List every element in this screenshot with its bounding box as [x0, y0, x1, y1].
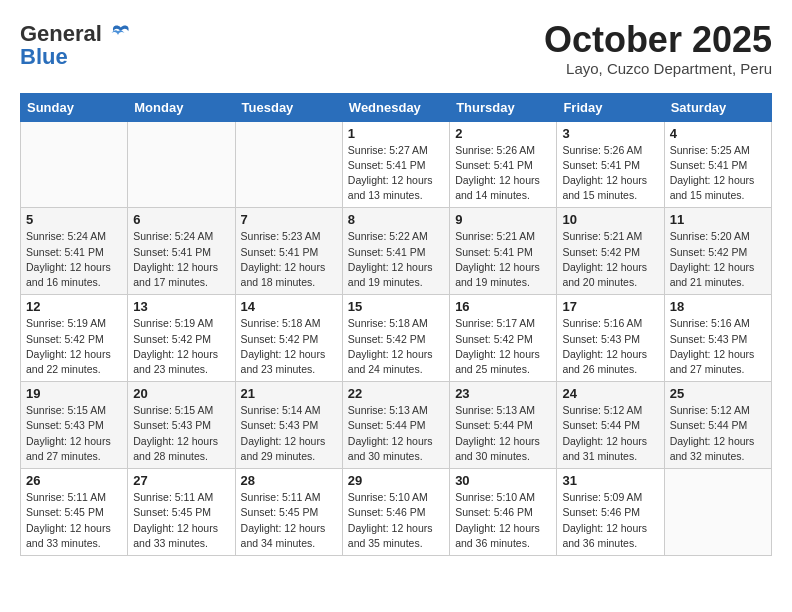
calendar-cell: 12Sunrise: 5:19 AM Sunset: 5:42 PM Dayli… — [21, 295, 128, 382]
location: Layo, Cuzco Department, Peru — [544, 60, 772, 77]
day-info: Sunrise: 5:20 AM Sunset: 5:42 PM Dayligh… — [670, 229, 766, 290]
day-info: Sunrise: 5:15 AM Sunset: 5:43 PM Dayligh… — [133, 403, 229, 464]
day-number: 12 — [26, 299, 122, 314]
day-number: 15 — [348, 299, 444, 314]
calendar-cell — [664, 469, 771, 556]
weekday-friday: Friday — [557, 93, 664, 121]
calendar-cell: 18Sunrise: 5:16 AM Sunset: 5:43 PM Dayli… — [664, 295, 771, 382]
day-info: Sunrise: 5:12 AM Sunset: 5:44 PM Dayligh… — [562, 403, 658, 464]
weekday-monday: Monday — [128, 93, 235, 121]
day-info: Sunrise: 5:24 AM Sunset: 5:41 PM Dayligh… — [26, 229, 122, 290]
day-info: Sunrise: 5:18 AM Sunset: 5:42 PM Dayligh… — [241, 316, 337, 377]
day-number: 10 — [562, 212, 658, 227]
day-info: Sunrise: 5:11 AM Sunset: 5:45 PM Dayligh… — [241, 490, 337, 551]
calendar-cell: 29Sunrise: 5:10 AM Sunset: 5:46 PM Dayli… — [342, 469, 449, 556]
calendar-week-4: 19Sunrise: 5:15 AM Sunset: 5:43 PM Dayli… — [21, 382, 772, 469]
day-info: Sunrise: 5:14 AM Sunset: 5:43 PM Dayligh… — [241, 403, 337, 464]
day-info: Sunrise: 5:19 AM Sunset: 5:42 PM Dayligh… — [133, 316, 229, 377]
day-number: 5 — [26, 212, 122, 227]
logo-bird-icon — [104, 20, 132, 48]
day-number: 9 — [455, 212, 551, 227]
calendar-cell: 26Sunrise: 5:11 AM Sunset: 5:45 PM Dayli… — [21, 469, 128, 556]
day-number: 28 — [241, 473, 337, 488]
day-number: 16 — [455, 299, 551, 314]
day-number: 21 — [241, 386, 337, 401]
month-title: October 2025 — [544, 20, 772, 60]
calendar-cell: 20Sunrise: 5:15 AM Sunset: 5:43 PM Dayli… — [128, 382, 235, 469]
day-number: 19 — [26, 386, 122, 401]
day-number: 4 — [670, 126, 766, 141]
day-info: Sunrise: 5:18 AM Sunset: 5:42 PM Dayligh… — [348, 316, 444, 377]
day-number: 7 — [241, 212, 337, 227]
calendar-cell: 21Sunrise: 5:14 AM Sunset: 5:43 PM Dayli… — [235, 382, 342, 469]
calendar-cell: 15Sunrise: 5:18 AM Sunset: 5:42 PM Dayli… — [342, 295, 449, 382]
day-number: 26 — [26, 473, 122, 488]
day-info: Sunrise: 5:21 AM Sunset: 5:42 PM Dayligh… — [562, 229, 658, 290]
day-number: 14 — [241, 299, 337, 314]
calendar-week-1: 1Sunrise: 5:27 AM Sunset: 5:41 PM Daylig… — [21, 121, 772, 208]
page-container: General Blue October 2025 Layo, Cuzco De… — [0, 0, 792, 566]
calendar-cell — [235, 121, 342, 208]
day-info: Sunrise: 5:26 AM Sunset: 5:41 PM Dayligh… — [562, 143, 658, 204]
calendar-cell: 30Sunrise: 5:10 AM Sunset: 5:46 PM Dayli… — [450, 469, 557, 556]
day-number: 11 — [670, 212, 766, 227]
day-number: 18 — [670, 299, 766, 314]
day-number: 24 — [562, 386, 658, 401]
calendar-cell: 23Sunrise: 5:13 AM Sunset: 5:44 PM Dayli… — [450, 382, 557, 469]
calendar-cell: 4Sunrise: 5:25 AM Sunset: 5:41 PM Daylig… — [664, 121, 771, 208]
weekday-wednesday: Wednesday — [342, 93, 449, 121]
day-number: 13 — [133, 299, 229, 314]
day-number: 6 — [133, 212, 229, 227]
day-number: 17 — [562, 299, 658, 314]
calendar-cell: 10Sunrise: 5:21 AM Sunset: 5:42 PM Dayli… — [557, 208, 664, 295]
day-number: 25 — [670, 386, 766, 401]
calendar-cell: 1Sunrise: 5:27 AM Sunset: 5:41 PM Daylig… — [342, 121, 449, 208]
calendar-cell: 16Sunrise: 5:17 AM Sunset: 5:42 PM Dayli… — [450, 295, 557, 382]
day-info: Sunrise: 5:23 AM Sunset: 5:41 PM Dayligh… — [241, 229, 337, 290]
calendar-cell: 5Sunrise: 5:24 AM Sunset: 5:41 PM Daylig… — [21, 208, 128, 295]
logo: General Blue — [20, 20, 132, 70]
day-info: Sunrise: 5:15 AM Sunset: 5:43 PM Dayligh… — [26, 403, 122, 464]
day-info: Sunrise: 5:19 AM Sunset: 5:42 PM Dayligh… — [26, 316, 122, 377]
weekday-tuesday: Tuesday — [235, 93, 342, 121]
calendar-cell: 11Sunrise: 5:20 AM Sunset: 5:42 PM Dayli… — [664, 208, 771, 295]
calendar-cell: 7Sunrise: 5:23 AM Sunset: 5:41 PM Daylig… — [235, 208, 342, 295]
day-number: 3 — [562, 126, 658, 141]
calendar-week-3: 12Sunrise: 5:19 AM Sunset: 5:42 PM Dayli… — [21, 295, 772, 382]
day-info: Sunrise: 5:26 AM Sunset: 5:41 PM Dayligh… — [455, 143, 551, 204]
calendar-cell: 13Sunrise: 5:19 AM Sunset: 5:42 PM Dayli… — [128, 295, 235, 382]
day-info: Sunrise: 5:25 AM Sunset: 5:41 PM Dayligh… — [670, 143, 766, 204]
day-info: Sunrise: 5:17 AM Sunset: 5:42 PM Dayligh… — [455, 316, 551, 377]
calendar-week-2: 5Sunrise: 5:24 AM Sunset: 5:41 PM Daylig… — [21, 208, 772, 295]
calendar-cell — [128, 121, 235, 208]
weekday-header-row: SundayMondayTuesdayWednesdayThursdayFrid… — [21, 93, 772, 121]
calendar-week-5: 26Sunrise: 5:11 AM Sunset: 5:45 PM Dayli… — [21, 469, 772, 556]
day-number: 20 — [133, 386, 229, 401]
calendar-cell: 22Sunrise: 5:13 AM Sunset: 5:44 PM Dayli… — [342, 382, 449, 469]
day-number: 22 — [348, 386, 444, 401]
weekday-saturday: Saturday — [664, 93, 771, 121]
calendar-cell: 6Sunrise: 5:24 AM Sunset: 5:41 PM Daylig… — [128, 208, 235, 295]
calendar-cell: 3Sunrise: 5:26 AM Sunset: 5:41 PM Daylig… — [557, 121, 664, 208]
calendar-cell: 8Sunrise: 5:22 AM Sunset: 5:41 PM Daylig… — [342, 208, 449, 295]
day-number: 8 — [348, 212, 444, 227]
day-number: 1 — [348, 126, 444, 141]
weekday-thursday: Thursday — [450, 93, 557, 121]
day-number: 2 — [455, 126, 551, 141]
day-info: Sunrise: 5:10 AM Sunset: 5:46 PM Dayligh… — [455, 490, 551, 551]
day-info: Sunrise: 5:22 AM Sunset: 5:41 PM Dayligh… — [348, 229, 444, 290]
calendar-cell: 17Sunrise: 5:16 AM Sunset: 5:43 PM Dayli… — [557, 295, 664, 382]
day-info: Sunrise: 5:11 AM Sunset: 5:45 PM Dayligh… — [26, 490, 122, 551]
day-info: Sunrise: 5:16 AM Sunset: 5:43 PM Dayligh… — [670, 316, 766, 377]
calendar-cell: 28Sunrise: 5:11 AM Sunset: 5:45 PM Dayli… — [235, 469, 342, 556]
calendar-cell: 9Sunrise: 5:21 AM Sunset: 5:41 PM Daylig… — [450, 208, 557, 295]
day-info: Sunrise: 5:21 AM Sunset: 5:41 PM Dayligh… — [455, 229, 551, 290]
day-info: Sunrise: 5:10 AM Sunset: 5:46 PM Dayligh… — [348, 490, 444, 551]
header: General Blue October 2025 Layo, Cuzco De… — [20, 20, 772, 77]
day-info: Sunrise: 5:11 AM Sunset: 5:45 PM Dayligh… — [133, 490, 229, 551]
day-info: Sunrise: 5:27 AM Sunset: 5:41 PM Dayligh… — [348, 143, 444, 204]
day-info: Sunrise: 5:12 AM Sunset: 5:44 PM Dayligh… — [670, 403, 766, 464]
day-number: 29 — [348, 473, 444, 488]
calendar-cell: 25Sunrise: 5:12 AM Sunset: 5:44 PM Dayli… — [664, 382, 771, 469]
weekday-sunday: Sunday — [21, 93, 128, 121]
